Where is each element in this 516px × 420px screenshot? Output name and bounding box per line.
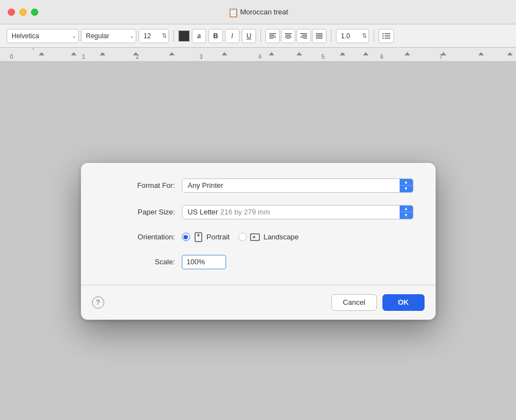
paper-size-stepper-up[interactable]: ▲ <box>400 206 413 213</box>
svg-rect-7 <box>287 38 290 39</box>
traffic-lights <box>8 8 38 16</box>
text-format-button[interactable]: a <box>192 29 206 43</box>
style-selector[interactable]: Regular <box>81 29 136 43</box>
size-selector[interactable]: 12 <box>139 29 169 43</box>
svg-text:1: 1 <box>82 54 85 60</box>
size-selector-wrapper: 12 <box>139 29 169 43</box>
landscape-label: Landscape <box>263 233 299 241</box>
orientation-control: Portrait <box>182 232 413 243</box>
svg-text:3: 3 <box>200 54 203 60</box>
paper-size-control: US Letter 216 by 279 mm ▲ ▼ <box>182 205 413 219</box>
minimize-button[interactable] <box>19 8 27 16</box>
line-spacing-group: 1.0 <box>336 29 369 43</box>
svg-rect-3 <box>269 38 273 39</box>
svg-rect-0 <box>269 33 276 34</box>
format-for-stepper-up[interactable]: ▲ <box>400 179 413 186</box>
orientation-label: Orientation: <box>103 233 175 241</box>
scale-control <box>182 255 413 269</box>
title-text: Moroccan treat <box>240 8 288 16</box>
landscape-option[interactable]: Landscape <box>238 232 299 243</box>
svg-rect-14 <box>316 37 323 38</box>
svg-rect-16 <box>382 33 384 34</box>
portrait-label: Portrait <box>207 233 230 241</box>
align-right-button[interactable] <box>297 29 311 43</box>
svg-rect-13 <box>316 35 323 36</box>
svg-text:5: 5 <box>321 54 325 60</box>
format-for-label: Format For: <box>103 181 175 189</box>
footer-actions: Cancel OK <box>331 294 425 311</box>
paper-size-row: Paper Size: US Letter 216 by 279 mm ▲ ▼ <box>103 205 413 219</box>
dialog-footer: ? Cancel OK <box>81 285 436 320</box>
svg-rect-5 <box>286 35 291 36</box>
portrait-radio[interactable] <box>182 233 190 241</box>
align-left-button[interactable] <box>265 29 280 43</box>
paper-size-note: 216 by 279 mm <box>220 208 270 216</box>
paper-size-stepper-down[interactable]: ▼ <box>400 212 413 219</box>
svg-text:4: 4 <box>258 54 262 60</box>
window-title: 📋 Moroccan treat <box>228 7 288 17</box>
svg-rect-48 <box>195 233 202 242</box>
dialog-overlay: Format For: Any Printer ▲ ▼ <box>0 62 516 420</box>
svg-rect-18 <box>382 35 384 37</box>
scale-row: Scale: <box>103 255 413 269</box>
line-spacing-wrapper: 1.0 <box>336 29 369 43</box>
toolbar: Helvetica Regular 12 a B I U <box>0 24 516 48</box>
text-color-swatch[interactable] <box>178 30 190 42</box>
svg-text:6: 6 <box>380 54 384 60</box>
format-for-stepper-down[interactable]: ▼ <box>400 186 413 192</box>
svg-rect-4 <box>285 33 292 34</box>
orientation-row: Orientation: <box>103 232 413 243</box>
main-content: Format For: Any Printer ▲ ▼ <box>0 62 516 420</box>
close-button[interactable] <box>8 8 15 16</box>
paper-size-select-wrapper: US Letter 216 by 279 mm ▲ ▼ <box>182 205 413 219</box>
svg-rect-8 <box>300 33 307 34</box>
ruler: 0 1 2 3 4 5 6 7 <box>0 48 516 62</box>
divider-1 <box>173 30 174 42</box>
cancel-button[interactable]: Cancel <box>331 294 377 311</box>
format-for-control: Any Printer ▲ ▼ <box>182 178 413 193</box>
svg-rect-15 <box>316 38 323 39</box>
paper-size-display[interactable]: US Letter 216 by 279 mm <box>182 205 413 219</box>
italic-button[interactable]: I <box>225 29 239 43</box>
line-spacing-selector[interactable]: 1.0 <box>336 29 369 43</box>
maximize-button[interactable] <box>31 8 38 16</box>
list-button[interactable] <box>379 29 394 43</box>
paper-size-stepper[interactable]: ▲ ▼ <box>400 206 413 219</box>
underline-button[interactable]: U <box>242 29 256 43</box>
svg-rect-11 <box>303 38 307 39</box>
svg-rect-9 <box>302 35 307 36</box>
font-selector-wrapper: Helvetica <box>7 29 79 43</box>
title-bar: 📋 Moroccan treat <box>0 0 516 24</box>
landscape-icon <box>249 232 260 243</box>
svg-rect-17 <box>385 33 390 34</box>
scale-input[interactable] <box>182 255 226 269</box>
svg-rect-10 <box>300 37 307 38</box>
ruler-svg: 0 1 2 3 4 5 6 7 <box>0 48 516 62</box>
svg-rect-6 <box>285 37 292 38</box>
scale-label: Scale: <box>103 258 175 266</box>
ok-button[interactable]: OK <box>382 294 425 311</box>
svg-rect-20 <box>382 38 384 39</box>
format-for-display[interactable]: Any Printer <box>182 178 413 193</box>
style-selector-wrapper: Regular <box>81 29 136 43</box>
landscape-radio[interactable] <box>238 233 247 241</box>
bold-button[interactable]: B <box>208 29 223 43</box>
portrait-icon <box>193 232 204 243</box>
svg-rect-2 <box>269 37 276 38</box>
paper-size-main: US Letter <box>188 208 218 216</box>
orientation-group: Portrait <box>182 232 299 243</box>
document-icon: 📋 <box>228 7 237 17</box>
font-selector[interactable]: Helvetica <box>7 29 79 43</box>
format-for-stepper[interactable]: ▲ ▼ <box>400 179 413 192</box>
format-for-row: Format For: Any Printer ▲ ▼ <box>103 178 413 193</box>
format-for-select-wrapper: Any Printer ▲ ▼ <box>182 178 413 193</box>
svg-rect-21 <box>385 38 390 39</box>
page-setup-dialog: Format For: Any Printer ▲ ▼ <box>81 163 436 320</box>
portrait-option[interactable]: Portrait <box>182 232 230 243</box>
dialog-body: Format For: Any Printer ▲ ▼ <box>81 163 436 285</box>
alignment-group <box>265 29 326 43</box>
divider-4 <box>374 30 374 42</box>
align-justify-button[interactable] <box>312 29 326 43</box>
help-button[interactable]: ? <box>92 296 104 309</box>
align-center-button[interactable] <box>281 29 295 43</box>
